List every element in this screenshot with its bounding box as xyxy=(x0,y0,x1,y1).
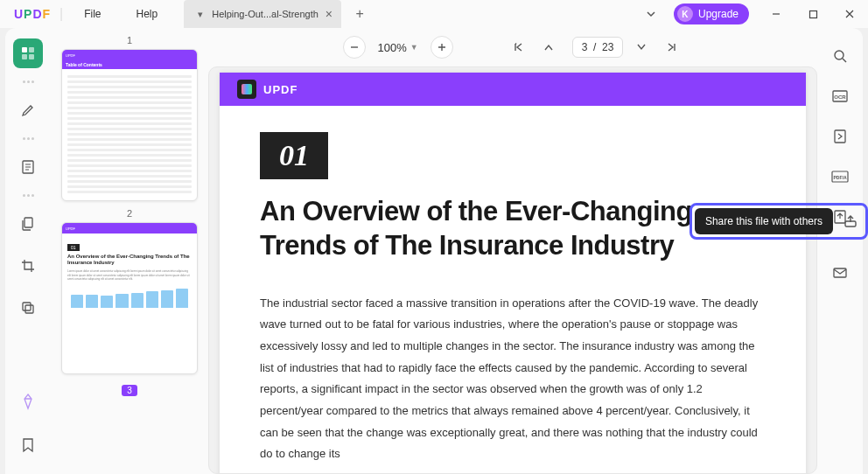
right-sidebar: OCR PDF/A xyxy=(817,28,863,474)
upgrade-button[interactable]: K Upgrade xyxy=(674,3,749,24)
compress-icon[interactable] xyxy=(828,124,852,149)
window-maximize-button[interactable] xyxy=(794,0,831,28)
zoom-out-button[interactable] xyxy=(343,36,366,59)
document-paragraph: The industrial sector faced a massive tr… xyxy=(260,293,766,466)
svg-rect-1 xyxy=(22,47,27,52)
window-close-button[interactable] xyxy=(831,0,868,28)
tab-close-icon[interactable]: × xyxy=(326,7,332,21)
page-number-box[interactable]: 3 / 23 xyxy=(572,37,624,58)
sidebar-separator xyxy=(23,80,34,83)
svg-rect-2 xyxy=(29,47,34,52)
thumb-title: Table of Contents xyxy=(66,62,193,67)
center-area: 100% ▼ 3 / 23 xyxy=(208,28,817,474)
document-page: UPDF 01 An Overview of the Ever-Changing… xyxy=(220,73,806,474)
pages-tool[interactable] xyxy=(13,209,43,239)
prev-page-button[interactable] xyxy=(542,41,560,53)
zoom-label: 100% xyxy=(378,41,407,54)
chapter-number: 01 xyxy=(263,136,325,176)
thumbnail-number: 1 xyxy=(61,35,198,45)
page-current: 3 xyxy=(582,41,588,53)
svg-rect-3 xyxy=(22,54,27,59)
crop-tool[interactable] xyxy=(13,251,43,281)
first-page-button[interactable] xyxy=(513,41,530,53)
svg-text:PDF/A: PDF/A xyxy=(834,175,847,180)
logo-divider: | xyxy=(60,6,63,22)
next-page-button[interactable] xyxy=(635,41,653,53)
document-viewport[interactable]: UPDF 01 An Overview of the Ever-Changing… xyxy=(208,66,817,474)
more-tabs-icon[interactable] xyxy=(635,2,667,26)
page-total: 23 xyxy=(602,41,613,53)
thumbnail-number: 2 xyxy=(61,208,198,219)
thumb-doc-title: An Overview of the Ever-Changing Trends … xyxy=(67,254,192,266)
svg-rect-12 xyxy=(835,130,845,143)
bookmark-tool[interactable] xyxy=(13,430,43,460)
svg-point-9 xyxy=(835,51,844,59)
edit-tool[interactable] xyxy=(13,152,43,182)
zoom-in-button[interactable] xyxy=(430,36,453,59)
svg-rect-0 xyxy=(809,10,816,17)
premium-icon[interactable] xyxy=(13,387,43,416)
tab-dropdown-icon[interactable]: ▾ xyxy=(196,10,205,18)
thumbnail-number-active: 3 xyxy=(122,385,137,396)
svg-rect-16 xyxy=(834,268,846,277)
layers-tool[interactable] xyxy=(13,293,43,323)
svg-rect-7 xyxy=(23,303,31,310)
svg-rect-4 xyxy=(29,54,34,59)
thumb-chapter-num: 01 xyxy=(67,244,80,251)
tab-title: Helping-Out...al-Strength xyxy=(212,9,318,19)
menu-help[interactable]: Help xyxy=(119,8,176,20)
brand-label: UPDF xyxy=(263,83,298,96)
search-icon[interactable] xyxy=(828,44,852,68)
zoom-level[interactable]: 100% ▼ xyxy=(378,41,418,54)
svg-rect-8 xyxy=(25,305,33,313)
share-tooltip-highlight: Share this file with others xyxy=(690,203,868,240)
svg-rect-6 xyxy=(24,218,32,227)
brand-icon xyxy=(237,80,256,99)
share-button[interactable] xyxy=(838,209,863,234)
title-bar: UPDF | File Help ▾ Helping-Out...al-Stre… xyxy=(0,0,868,28)
chevron-down-icon: ▼ xyxy=(410,43,418,52)
thumbnail-page-2[interactable]: 2 UPDF 01 An Overview of the Ever-Changi… xyxy=(61,208,198,374)
thumbnail-page-3[interactable]: 3 xyxy=(61,381,198,397)
ocr-icon[interactable]: OCR xyxy=(828,84,852,108)
sidebar-separator xyxy=(23,137,34,140)
user-avatar: K xyxy=(677,6,693,22)
page-header: UPDF xyxy=(220,73,806,106)
thumbnail-page-1[interactable]: 1 UPDF Table of Contents xyxy=(61,35,198,201)
thumb-chart xyxy=(67,283,192,310)
menu-file[interactable]: File xyxy=(66,8,118,20)
main-region: 1 UPDF Table of Contents 2 UPDF 01 xyxy=(5,28,863,474)
thumbnails-tool[interactable] xyxy=(13,38,43,68)
document-tab[interactable]: ▾ Helping-Out...al-Strength × xyxy=(184,0,341,28)
svg-text:OCR: OCR xyxy=(834,94,846,100)
highlighter-tool[interactable] xyxy=(13,95,43,125)
mail-icon[interactable] xyxy=(828,261,852,285)
thumbnail-panel: 1 UPDF Table of Contents 2 UPDF 01 xyxy=(51,28,208,474)
new-tab-button[interactable]: + xyxy=(348,6,371,22)
left-sidebar xyxy=(5,28,51,474)
upgrade-label: Upgrade xyxy=(698,8,738,20)
chapter-badge: 01 xyxy=(260,132,328,179)
sidebar-separator xyxy=(23,194,34,197)
share-tooltip: Share this file with others xyxy=(695,208,833,234)
pdfa-icon[interactable]: PDF/A xyxy=(828,164,852,189)
top-toolbar: 100% ▼ 3 / 23 xyxy=(208,28,817,66)
window-minimize-button[interactable] xyxy=(758,0,794,28)
app-logo: UPDF xyxy=(0,7,56,21)
last-page-button[interactable] xyxy=(665,41,682,53)
